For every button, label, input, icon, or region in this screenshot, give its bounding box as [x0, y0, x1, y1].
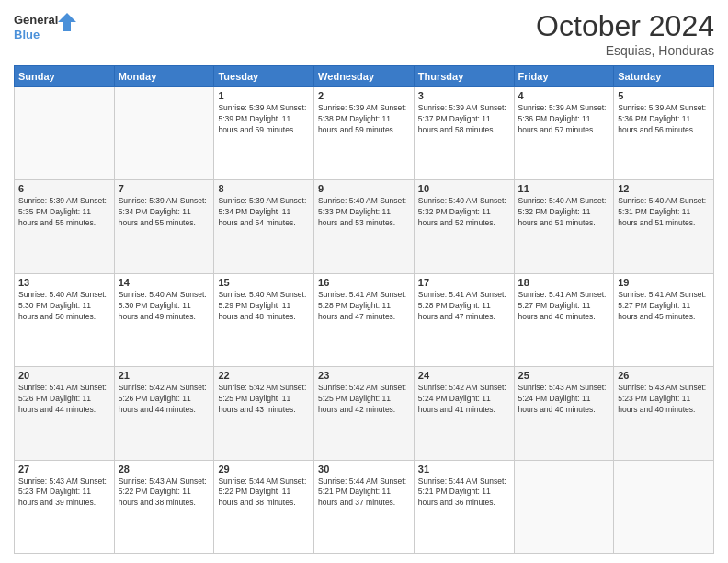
calendar-day-cell: 7Sunrise: 5:39 AM Sunset: 5:34 PM Daylig… — [114, 180, 214, 273]
day-info: Sunrise: 5:42 AM Sunset: 5:25 PM Dayligh… — [318, 383, 410, 416]
svg-marker-2 — [58, 13, 76, 31]
day-number: 27 — [18, 464, 110, 475]
day-info: Sunrise: 5:39 AM Sunset: 5:38 PM Dayligh… — [318, 103, 410, 136]
day-number: 21 — [119, 370, 210, 381]
day-info: Sunrise: 5:39 AM Sunset: 5:35 PM Dayligh… — [18, 196, 110, 229]
header: General Blue October 2024 Esquias, Hondu… — [14, 9, 714, 58]
day-info: Sunrise: 5:43 AM Sunset: 5:24 PM Dayligh… — [518, 383, 610, 416]
day-number: 28 — [119, 464, 210, 475]
calendar-week-row: 13Sunrise: 5:40 AM Sunset: 5:30 PM Dayli… — [15, 273, 714, 366]
day-number: 17 — [418, 277, 510, 288]
day-number: 8 — [218, 183, 310, 194]
day-info: Sunrise: 5:41 AM Sunset: 5:28 PM Dayligh… — [318, 290, 410, 323]
day-number: 29 — [218, 464, 310, 475]
calendar-day-cell: 2Sunrise: 5:39 AM Sunset: 5:38 PM Daylig… — [314, 87, 415, 180]
day-info: Sunrise: 5:44 AM Sunset: 5:21 PM Dayligh… — [318, 477, 410, 510]
calendar-day-cell: 6Sunrise: 5:39 AM Sunset: 5:35 PM Daylig… — [15, 180, 115, 273]
calendar-day-cell: 28Sunrise: 5:43 AM Sunset: 5:22 PM Dayli… — [114, 460, 214, 553]
calendar-day-cell: 15Sunrise: 5:40 AM Sunset: 5:29 PM Dayli… — [214, 273, 314, 366]
calendar-header-cell: Thursday — [414, 66, 514, 87]
day-number: 1 — [218, 90, 310, 101]
day-info: Sunrise: 5:41 AM Sunset: 5:27 PM Dayligh… — [618, 290, 710, 323]
day-info: Sunrise: 5:41 AM Sunset: 5:28 PM Dayligh… — [418, 290, 510, 323]
day-number: 12 — [618, 183, 710, 194]
day-number: 11 — [518, 183, 610, 194]
calendar-day-cell: 11Sunrise: 5:40 AM Sunset: 5:32 PM Dayli… — [514, 180, 614, 273]
day-number: 23 — [318, 370, 410, 381]
day-number: 22 — [218, 370, 310, 381]
calendar-header-cell: Monday — [114, 66, 214, 87]
day-number: 16 — [318, 277, 410, 288]
day-number: 20 — [18, 370, 110, 381]
calendar-day-cell: 5Sunrise: 5:39 AM Sunset: 5:36 PM Daylig… — [614, 87, 714, 180]
calendar-day-cell: 18Sunrise: 5:41 AM Sunset: 5:27 PM Dayli… — [514, 273, 614, 366]
day-info: Sunrise: 5:39 AM Sunset: 5:39 PM Dayligh… — [218, 103, 310, 136]
day-info: Sunrise: 5:39 AM Sunset: 5:37 PM Dayligh… — [418, 103, 510, 136]
calendar-day-cell: 30Sunrise: 5:44 AM Sunset: 5:21 PM Dayli… — [314, 460, 415, 553]
calendar-week-row: 20Sunrise: 5:41 AM Sunset: 5:26 PM Dayli… — [15, 367, 714, 460]
page: General Blue October 2024 Esquias, Hondu… — [0, 0, 728, 563]
calendar-day-cell: 4Sunrise: 5:39 AM Sunset: 5:36 PM Daylig… — [514, 87, 614, 180]
day-number: 31 — [418, 464, 510, 475]
calendar-day-cell: 1Sunrise: 5:39 AM Sunset: 5:39 PM Daylig… — [214, 87, 314, 180]
day-info: Sunrise: 5:39 AM Sunset: 5:36 PM Dayligh… — [618, 103, 710, 136]
calendar-week-row: 6Sunrise: 5:39 AM Sunset: 5:35 PM Daylig… — [15, 180, 714, 273]
day-info: Sunrise: 5:41 AM Sunset: 5:26 PM Dayligh… — [18, 383, 110, 416]
day-number: 4 — [518, 90, 610, 101]
day-number: 14 — [119, 277, 210, 288]
day-info: Sunrise: 5:40 AM Sunset: 5:30 PM Dayligh… — [119, 290, 210, 323]
day-info: Sunrise: 5:40 AM Sunset: 5:32 PM Dayligh… — [418, 196, 510, 229]
calendar-day-cell: 27Sunrise: 5:43 AM Sunset: 5:23 PM Dayli… — [15, 460, 115, 553]
day-number: 18 — [518, 277, 610, 288]
day-info: Sunrise: 5:43 AM Sunset: 5:22 PM Dayligh… — [119, 477, 210, 510]
day-number: 24 — [418, 370, 510, 381]
location: Esquias, Honduras — [536, 43, 714, 58]
day-info: Sunrise: 5:41 AM Sunset: 5:27 PM Dayligh… — [518, 290, 610, 323]
calendar-day-cell: 17Sunrise: 5:41 AM Sunset: 5:28 PM Dayli… — [414, 273, 514, 366]
day-info: Sunrise: 5:42 AM Sunset: 5:24 PM Dayligh… — [418, 383, 510, 416]
calendar-day-cell: 16Sunrise: 5:41 AM Sunset: 5:28 PM Dayli… — [314, 273, 415, 366]
calendar-day-cell: 22Sunrise: 5:42 AM Sunset: 5:25 PM Dayli… — [214, 367, 314, 460]
day-info: Sunrise: 5:39 AM Sunset: 5:34 PM Dayligh… — [119, 196, 210, 229]
day-info: Sunrise: 5:39 AM Sunset: 5:36 PM Dayligh… — [518, 103, 610, 136]
day-number: 6 — [18, 183, 110, 194]
calendar-week-row: 27Sunrise: 5:43 AM Sunset: 5:23 PM Dayli… — [15, 460, 714, 553]
calendar-day-cell — [15, 87, 115, 180]
day-number: 15 — [218, 277, 310, 288]
calendar-day-cell: 24Sunrise: 5:42 AM Sunset: 5:24 PM Dayli… — [414, 367, 514, 460]
day-info: Sunrise: 5:44 AM Sunset: 5:22 PM Dayligh… — [218, 477, 310, 510]
day-number: 30 — [318, 464, 410, 475]
day-info: Sunrise: 5:44 AM Sunset: 5:21 PM Dayligh… — [418, 477, 510, 510]
day-number: 19 — [618, 277, 710, 288]
calendar-day-cell: 29Sunrise: 5:44 AM Sunset: 5:22 PM Dayli… — [214, 460, 314, 553]
calendar-header-row: SundayMondayTuesdayWednesdayThursdayFrid… — [15, 66, 714, 87]
calendar-day-cell: 8Sunrise: 5:39 AM Sunset: 5:34 PM Daylig… — [214, 180, 314, 273]
day-info: Sunrise: 5:40 AM Sunset: 5:30 PM Dayligh… — [18, 290, 110, 323]
day-number: 5 — [618, 90, 710, 101]
calendar-day-cell: 31Sunrise: 5:44 AM Sunset: 5:21 PM Dayli… — [414, 460, 514, 553]
calendar-day-cell — [114, 87, 214, 180]
calendar-body: 1Sunrise: 5:39 AM Sunset: 5:39 PM Daylig… — [15, 87, 714, 554]
logo-svg: General Blue — [14, 9, 78, 44]
calendar-header-cell: Wednesday — [314, 66, 415, 87]
month-title: October 2024 — [536, 9, 714, 43]
day-info: Sunrise: 5:40 AM Sunset: 5:31 PM Dayligh… — [618, 196, 710, 229]
day-info: Sunrise: 5:43 AM Sunset: 5:23 PM Dayligh… — [18, 477, 110, 510]
day-number: 25 — [518, 370, 610, 381]
calendar-day-cell: 3Sunrise: 5:39 AM Sunset: 5:37 PM Daylig… — [414, 87, 514, 180]
day-info: Sunrise: 5:42 AM Sunset: 5:25 PM Dayligh… — [218, 383, 310, 416]
calendar-day-cell: 9Sunrise: 5:40 AM Sunset: 5:33 PM Daylig… — [314, 180, 415, 273]
calendar-header-cell: Tuesday — [214, 66, 314, 87]
day-info: Sunrise: 5:40 AM Sunset: 5:29 PM Dayligh… — [218, 290, 310, 323]
calendar-day-cell: 13Sunrise: 5:40 AM Sunset: 5:30 PM Dayli… — [15, 273, 115, 366]
day-number: 13 — [18, 277, 110, 288]
logo: General Blue — [14, 9, 78, 44]
calendar-day-cell: 19Sunrise: 5:41 AM Sunset: 5:27 PM Dayli… — [614, 273, 714, 366]
day-number: 3 — [418, 90, 510, 101]
calendar-table: SundayMondayTuesdayWednesdayThursdayFrid… — [14, 65, 714, 554]
calendar-day-cell: 21Sunrise: 5:42 AM Sunset: 5:26 PM Dayli… — [114, 367, 214, 460]
calendar-day-cell: 14Sunrise: 5:40 AM Sunset: 5:30 PM Dayli… — [114, 273, 214, 366]
calendar-day-cell: 26Sunrise: 5:43 AM Sunset: 5:23 PM Dayli… — [614, 367, 714, 460]
svg-text:Blue: Blue — [14, 28, 40, 41]
calendar-week-row: 1Sunrise: 5:39 AM Sunset: 5:39 PM Daylig… — [15, 87, 714, 180]
